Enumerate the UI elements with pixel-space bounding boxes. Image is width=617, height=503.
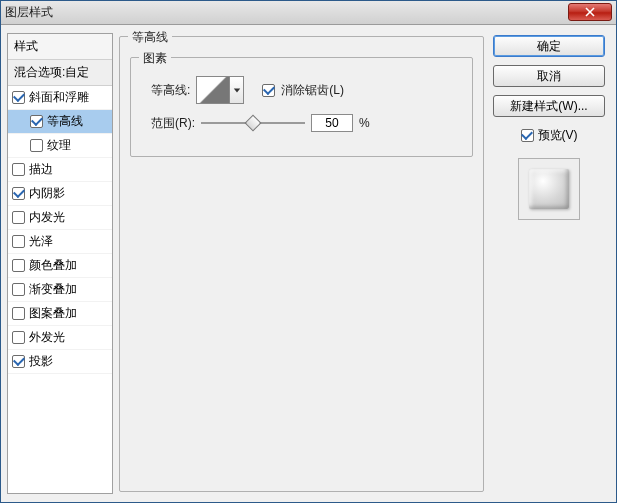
dialog-body: 样式 混合选项:自定 斜面和浮雕等高线纹理描边内阴影内发光光泽颜色叠加渐变叠加图… xyxy=(1,25,616,502)
style-checkbox[interactable] xyxy=(12,355,25,368)
ok-button[interactable]: 确定 xyxy=(493,35,605,57)
style-checkbox[interactable] xyxy=(12,259,25,272)
window-title: 图层样式 xyxy=(5,4,53,21)
style-item-label: 光泽 xyxy=(29,233,53,250)
range-label: 范围(R): xyxy=(151,115,195,132)
range-input[interactable]: 50 xyxy=(311,114,353,132)
antialias-label: 消除锯齿(L) xyxy=(281,82,344,99)
titlebar: 图层样式 xyxy=(1,1,616,25)
right-column: 确定 取消 新建样式(W)... 预览(V) xyxy=(490,33,608,494)
style-item[interactable]: 内发光 xyxy=(8,206,112,230)
elements-group-legend: 图素 xyxy=(139,50,171,67)
center-panel: 等高线 图素 等高线: xyxy=(119,33,484,494)
preview-row: 预览(V) xyxy=(521,127,578,144)
contour-row: 等高线: 消除锯齿(L) xyxy=(151,76,344,104)
style-item-label: 渐变叠加 xyxy=(29,281,77,298)
style-item-label: 描边 xyxy=(29,161,53,178)
close-icon xyxy=(585,7,595,17)
dialog-window: 图层样式 样式 混合选项:自定 斜面和浮雕等高线纹理描边内阴影内发光光泽颜色叠加… xyxy=(0,0,617,503)
style-item-label: 颜色叠加 xyxy=(29,257,77,274)
new-style-button-label: 新建样式(W)... xyxy=(510,98,587,115)
contour-dropdown[interactable] xyxy=(230,76,244,104)
style-item[interactable]: 颜色叠加 xyxy=(8,254,112,278)
range-unit: % xyxy=(359,116,370,130)
style-checkbox[interactable] xyxy=(12,91,25,104)
style-checkbox[interactable] xyxy=(30,115,43,128)
style-item[interactable]: 等高线 xyxy=(8,110,112,134)
chevron-down-icon xyxy=(233,86,241,94)
style-list: 样式 混合选项:自定 斜面和浮雕等高线纹理描边内阴影内发光光泽颜色叠加渐变叠加图… xyxy=(7,33,113,494)
contour-label: 等高线: xyxy=(151,82,190,99)
style-item[interactable]: 渐变叠加 xyxy=(8,278,112,302)
style-item-label: 外发光 xyxy=(29,329,65,346)
range-slider[interactable] xyxy=(201,116,305,130)
cancel-button-label: 取消 xyxy=(537,68,561,85)
style-checkbox[interactable] xyxy=(12,163,25,176)
preview-label: 预览(V) xyxy=(538,127,578,144)
style-item[interactable]: 斜面和浮雕 xyxy=(8,86,112,110)
blend-options-item[interactable]: 混合选项:自定 xyxy=(8,60,112,86)
style-checkbox[interactable] xyxy=(12,235,25,248)
style-checkbox[interactable] xyxy=(12,211,25,224)
style-checkbox[interactable] xyxy=(12,283,25,296)
style-item[interactable]: 内阴影 xyxy=(8,182,112,206)
style-checkbox[interactable] xyxy=(30,139,43,152)
antialias-checkbox[interactable] xyxy=(262,84,275,97)
svg-marker-2 xyxy=(234,88,240,92)
style-item[interactable]: 图案叠加 xyxy=(8,302,112,326)
style-item[interactable]: 外发光 xyxy=(8,326,112,350)
style-item-label: 投影 xyxy=(29,353,53,370)
style-checkbox[interactable] xyxy=(12,187,25,200)
slider-thumb[interactable] xyxy=(245,115,262,132)
style-list-header[interactable]: 样式 xyxy=(8,34,112,60)
preview-box xyxy=(518,158,580,220)
style-item-label: 纹理 xyxy=(47,137,71,154)
style-item-label: 斜面和浮雕 xyxy=(29,89,89,106)
preview-checkbox[interactable] xyxy=(521,129,534,142)
close-button[interactable] xyxy=(568,3,612,21)
style-checkbox[interactable] xyxy=(12,307,25,320)
style-item[interactable]: 光泽 xyxy=(8,230,112,254)
style-item[interactable]: 投影 xyxy=(8,350,112,374)
cancel-button[interactable]: 取消 xyxy=(493,65,605,87)
contour-group-legend: 等高线 xyxy=(128,29,172,46)
range-row: 范围(R): 50 % xyxy=(151,114,370,132)
elements-group: 图素 等高线: 消除锯齿(L xyxy=(130,57,473,157)
style-item-label: 图案叠加 xyxy=(29,305,77,322)
preview-thumbnail xyxy=(529,169,569,209)
style-item[interactable]: 纹理 xyxy=(8,134,112,158)
style-item-label: 内阴影 xyxy=(29,185,65,202)
style-item-label: 内发光 xyxy=(29,209,65,226)
style-item-label: 等高线 xyxy=(47,113,83,130)
style-checkbox[interactable] xyxy=(12,331,25,344)
contour-group: 等高线 图素 等高线: xyxy=(119,36,484,492)
style-item[interactable]: 描边 xyxy=(8,158,112,182)
ok-button-label: 确定 xyxy=(537,38,561,55)
new-style-button[interactable]: 新建样式(W)... xyxy=(493,95,605,117)
contour-picker[interactable] xyxy=(196,76,230,104)
